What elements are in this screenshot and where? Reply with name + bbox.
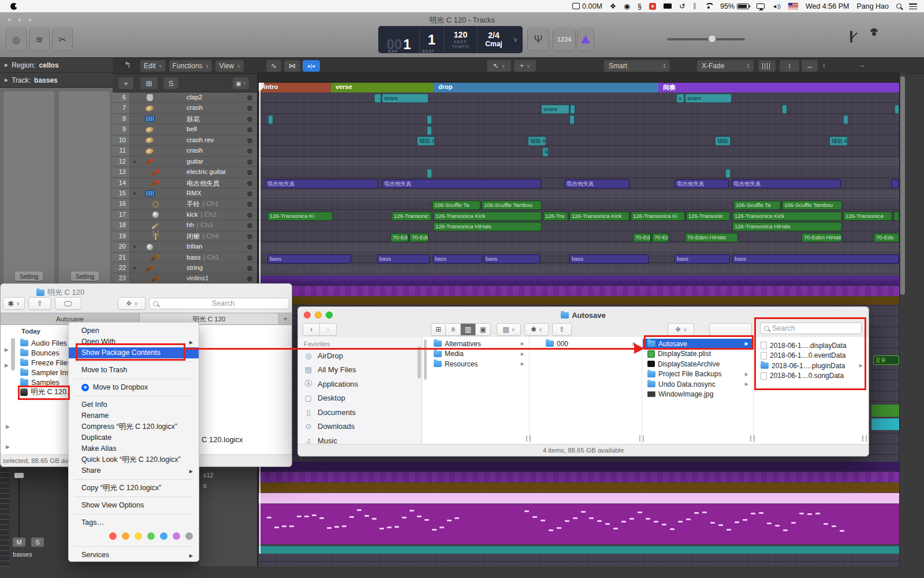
tag-color-dot[interactable] [122, 532, 129, 540]
duplicate-track-button[interactable]: ⊞ [140, 77, 158, 89]
midi-region[interactable]: 电吉他失真 [675, 179, 729, 188]
midi-region[interactable] [725, 169, 731, 178]
track-mute-dot[interactable] [247, 276, 252, 281]
track-disclosure-icon[interactable]: ▼ [132, 191, 137, 197]
context-menu-item[interactable]: ❖ Compress “明光 C 120.logicx” ▶ [69, 421, 199, 432]
file-row[interactable]: Media ▶ [429, 349, 528, 360]
midi-region[interactable]: 106-Scuffle Ta [733, 201, 781, 210]
tags-button[interactable] [55, 297, 81, 310]
midi-region[interactable] [891, 179, 899, 188]
track-row[interactable]: 10 crash rev [113, 135, 257, 146]
midi-region[interactable]: bass [569, 254, 649, 264]
track-mute-dot[interactable] [247, 106, 252, 111]
arrangement-marker[interactable]: verse [331, 83, 434, 92]
expand-icon[interactable]: ▶ [5, 362, 9, 368]
red-app-icon[interactable] [649, 3, 656, 10]
undo-icon[interactable]: ↰ [124, 60, 131, 69]
midi-region[interactable] [843, 115, 848, 124]
sidebar-item[interactable]: ▢ Desktop [298, 391, 422, 406]
arrange-menu-button[interactable]: View∨ [215, 60, 244, 72]
expand-icon[interactable]: ▶ [6, 424, 10, 429]
midi-region[interactable]: 106-Scuffle Tambou [482, 201, 542, 210]
action-menu-button[interactable]: ✱∨ [3, 297, 25, 310]
midi-region[interactable] [427, 126, 432, 135]
track-row[interactable]: 21 bassCh1 [113, 253, 257, 263]
context-menu-item[interactable]: ❖ ▶ [74, 497, 193, 497]
catch-playhead-button[interactable]: ▸|◂ [303, 60, 320, 72]
midi-region[interactable]: 70-Eden HiHats [802, 233, 842, 242]
file-row[interactable]: Project File Backups ▶ [643, 369, 752, 380]
left-click-tool-menu[interactable]: ↖∨ [487, 60, 511, 72]
midi-region[interactable]: 电吉他失真 [731, 179, 841, 188]
count-in-button[interactable]: 1234 [553, 28, 576, 51]
tag-color-dot[interactable] [173, 532, 180, 540]
wifi-icon[interactable] [705, 3, 713, 9]
tools-button[interactable]: ✂ [52, 28, 73, 51]
arrangement-marker[interactable]: intro [259, 83, 331, 92]
sidebar-scrollbar-thumb[interactable] [418, 346, 421, 379]
midi-region[interactable]: bass [732, 254, 899, 264]
column-resize-handle[interactable] [526, 435, 531, 442]
midi-region[interactable]: bass [675, 254, 730, 264]
midi-region[interactable] [569, 115, 575, 124]
bluetooth-icon[interactable]: ᛒ [692, 2, 697, 10]
context-menu-item[interactable]: ❖ ▶ [74, 514, 193, 514]
context-menu-item[interactable]: ❖ Quick Look “明光 C 120.logicx” ▶ [69, 454, 199, 465]
midi-region[interactable]: bass [433, 254, 482, 264]
track-mute-dot[interactable] [247, 181, 252, 186]
column-divider[interactable] [529, 337, 530, 445]
transport-lcd[interactable]: 00 1 1 120 KEEP TEMPO 2/4 Cmaj ∨ [378, 26, 523, 53]
horizontal-auto-zoom-button[interactable]: ↔ [802, 60, 818, 72]
midi-region[interactable]: 辅助 8 [715, 136, 731, 146]
midi-region[interactable] [570, 105, 575, 114]
window-control-dot[interactable] [7, 17, 12, 22]
track-row[interactable]: 13 electric guitar [113, 167, 257, 177]
input-language-flag-icon[interactable] [788, 3, 798, 9]
midi-region[interactable]: 70-Eden HiHats [685, 233, 738, 242]
crossfade-button[interactable]: ⋈ [284, 60, 300, 72]
file-row[interactable]: Alternatives ▶ [429, 339, 528, 349]
track-row[interactable]: 14 电吉他失真 [113, 178, 257, 188]
share-button[interactable]: ⇧ [28, 297, 51, 310]
context-menu-item[interactable]: ❖ ▶ [74, 479, 193, 480]
track-mute-dot[interactable] [247, 191, 252, 197]
notification-center-icon[interactable] [909, 3, 917, 9]
arrangement-marker[interactable]: drop [434, 83, 658, 92]
metronome-button[interactable] [577, 28, 594, 51]
midi-region[interactable]: 126-Transonica HiHats [433, 222, 542, 231]
sidebar-item[interactable]: ⊙ Downloads [298, 420, 422, 434]
context-menu-item[interactable]: ❖ Services ▶ [69, 550, 199, 561]
airplay-icon[interactable] [757, 3, 765, 9]
lcd-chevron-icon[interactable]: ∨ [510, 26, 521, 53]
note-pads-icon[interactable] [850, 32, 852, 42]
track-row[interactable]: 18 hhCh3 [113, 220, 257, 231]
midi-region[interactable] [427, 169, 432, 178]
waveform-zoom-button[interactable] [758, 60, 776, 72]
window-control-dot[interactable] [17, 17, 22, 22]
context-menu-item[interactable]: ❖ ▶ [74, 546, 193, 547]
context-menu-item[interactable]: ❖ Show View Options ▶ [69, 500, 199, 511]
drag-menu[interactable]: X-Fade▴▾ [697, 60, 754, 72]
midi-region[interactable]: 126-Transonica Ki [267, 212, 333, 221]
midi-region[interactable]: 126-Transonica Kick [732, 212, 842, 221]
midi-region[interactable] [268, 115, 273, 124]
volume-icon[interactable]: ◄)) [772, 3, 781, 9]
midi-region[interactable]: s [676, 94, 684, 103]
context-menu-item[interactable]: ❖ Copy “明光 C 120.logicx” ▶ [69, 483, 199, 494]
midi-region[interactable]: 70-Ed [652, 233, 669, 242]
arrange-menu-button[interactable]: Functions∨ [169, 60, 213, 72]
column-resize-handle[interactable] [750, 435, 755, 442]
file-row[interactable]: Resources ▶ [429, 359, 528, 369]
track-mute-dot[interactable] [247, 244, 252, 250]
arrange-menu-button[interactable]: ▤∨ [497, 323, 521, 336]
track-row[interactable]: 9 bell [113, 124, 257, 135]
menu-bar-clock[interactable]: Wed 4:56 PM [806, 2, 850, 10]
expand-icon[interactable]: ▶ [5, 347, 9, 353]
context-menu-item[interactable]: ❖ ▶ [74, 361, 193, 362]
track-mute-dot[interactable] [247, 138, 252, 143]
track-disclosure-icon[interactable]: ▼ [132, 244, 137, 250]
column-scrollbar-thumb[interactable] [424, 339, 427, 380]
sidebar-item[interactable]: Ⓐ Applications [298, 377, 422, 391]
context-menu-item[interactable]: ❖ Move to Dropbox ▶ [69, 382, 199, 393]
sidebar-item[interactable]: ▯ Documents [298, 405, 422, 420]
